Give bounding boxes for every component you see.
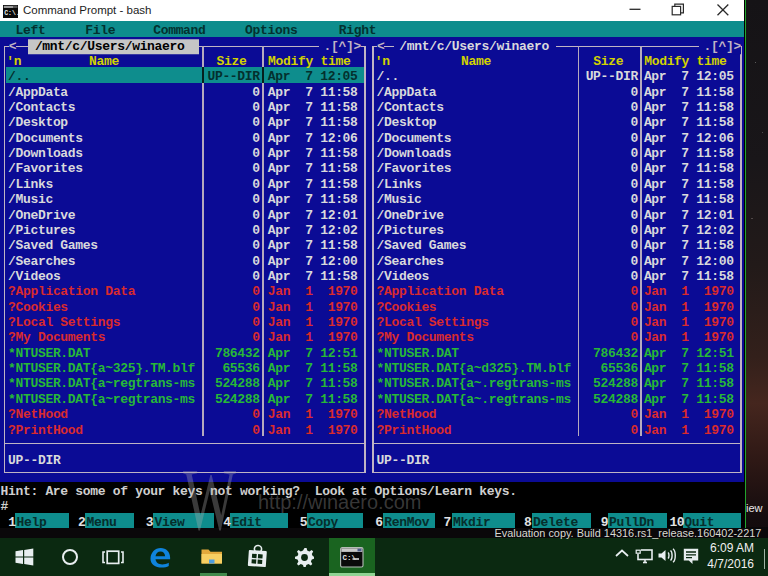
svg-text:C:\: C:\ — [342, 554, 356, 562]
svg-text:C:\.: C:\. — [4, 10, 18, 17]
